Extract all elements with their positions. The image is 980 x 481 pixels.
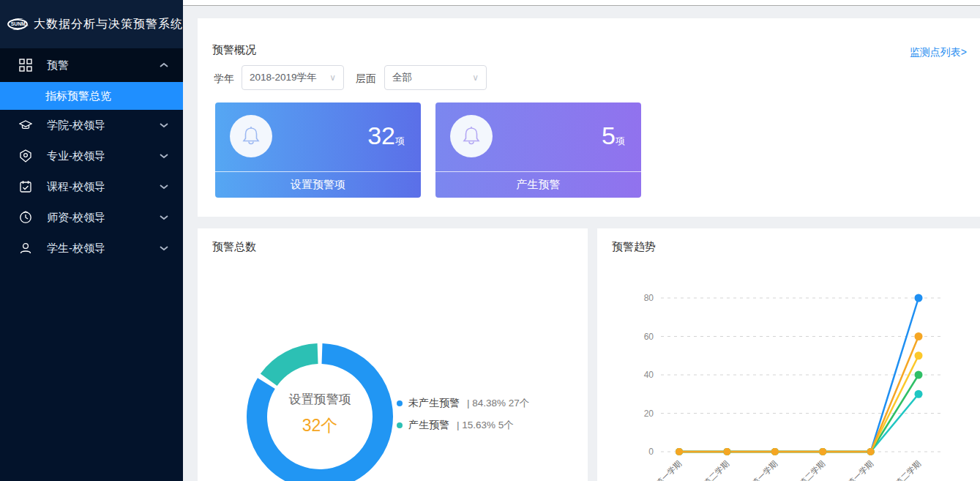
warning-trend-panel: 预警趋势 806040200 年第一学期年第二学期年第一学期年第二学期年第一学期… — [597, 228, 980, 481]
graduation-cap-icon — [19, 119, 32, 132]
calendar-check-icon — [19, 180, 32, 193]
series-yellow-point — [915, 351, 923, 359]
overview-panel: 预警概况 监测点列表> 学年 2018-2019学年 ∨ 层面 全部 ∨ — [198, 18, 980, 217]
school-year-select[interactable]: 2018-2019学年 ∨ — [242, 65, 344, 90]
y-tick-label: 0 — [648, 447, 654, 457]
overview-title: 预警概况 — [212, 43, 256, 57]
sidebar-item-course[interactable]: 课程-校领导 — [0, 171, 183, 202]
dashboard-screen: SUNM net 大数据分析与决策预警系统 预警 指标预警总览 — [0, 0, 980, 481]
sidebar-item-indicator-overview[interactable]: 指标预警总览 — [0, 82, 183, 110]
warning-total-panel: 预警总数 设置预警项 32个 未产生预警 | 84.38% 27个 产生预警 |… — [198, 228, 588, 481]
bell-icon — [462, 126, 481, 146]
donut-center-label: 设置预警项 — [239, 391, 400, 408]
card-value: 32项 — [367, 122, 405, 150]
series-orange-point — [819, 448, 826, 455]
card-unit: 项 — [616, 135, 625, 146]
legend-dot-icon — [397, 422, 403, 428]
sidebar-item-label: 指标预警总览 — [45, 89, 111, 103]
sidebar-item-label: 学生-校领导 — [47, 242, 105, 256]
series-orange-point — [771, 448, 779, 455]
chevron-down-icon — [160, 215, 168, 220]
series-orange-point — [915, 332, 923, 340]
sidebar-item-label: 学院-校领导 — [47, 119, 105, 133]
level-select[interactable]: 全部 ∨ — [384, 65, 487, 90]
card-top: 32项 — [215, 102, 421, 171]
chevron-down-icon: ∨ — [472, 72, 479, 83]
teacher-clock-icon — [19, 211, 32, 224]
series-cyan-point — [915, 390, 923, 398]
warning-total-donut-chart[interactable] — [239, 336, 400, 481]
set-warning-items-card[interactable]: 32项 设置预警项 — [215, 102, 421, 198]
generated-warnings-card[interactable]: 5项 产生预警 — [435, 102, 641, 198]
sidebar-item-major[interactable]: 专业-校领导 — [0, 141, 183, 171]
y-tick-label: 80 — [644, 293, 654, 303]
donut-center-value: 32个 — [239, 414, 400, 437]
donut-panel-title: 预警总数 — [212, 240, 256, 254]
card-label: 设置预警项 — [215, 171, 421, 198]
chevron-down-icon — [160, 245, 168, 251]
sidebar-item-student[interactable]: 学生-校领导 — [0, 233, 183, 264]
bell-circle — [230, 115, 272, 157]
sidebar-item-label: 专业-校领导 — [47, 149, 105, 163]
legend-name: 未产生预警 — [408, 397, 460, 410]
series-blue-point — [915, 294, 923, 302]
card-value: 5项 — [602, 122, 625, 150]
warning-trend-line-chart[interactable]: 806040200 — [597, 228, 980, 481]
legend-item-no-warning[interactable]: 未产生预警 | 84.38% 27个 — [397, 392, 529, 414]
card-label: 产生预警 — [435, 171, 641, 198]
legend-detail: | 84.38% 27个 — [467, 397, 529, 410]
legend-name: 产生预警 — [408, 419, 449, 432]
chevron-down-icon — [160, 122, 168, 128]
series-orange-point — [867, 448, 875, 455]
filter-label-level: 层面 — [356, 72, 376, 86]
card-top: 5项 — [435, 102, 641, 171]
sidebar-item-label: 课程-校领导 — [47, 180, 105, 194]
level-value: 全部 — [392, 71, 412, 84]
sidebar-item-label: 师资-校领导 — [47, 211, 105, 225]
series-orange-point — [676, 448, 683, 455]
grid-icon — [19, 59, 32, 72]
chevron-down-icon: ∨ — [329, 72, 336, 83]
sidebar-item-label: 预警 — [47, 59, 69, 72]
app-title: 大数据分析与决策预警系统 — [34, 17, 183, 32]
sunmnet-logo-icon: SUNM net — [6, 10, 29, 39]
chevron-down-icon — [160, 153, 168, 159]
student-icon — [19, 242, 32, 255]
chevron-down-icon — [160, 184, 168, 190]
card-unit: 项 — [395, 135, 405, 146]
series-orange-point — [723, 448, 730, 455]
logo-bar: SUNM net 大数据分析与决策预警系统 — [0, 0, 183, 48]
legend-item-warning[interactable]: 产生预警 | 15.63% 5个 — [397, 414, 529, 436]
legend-dot-icon — [397, 400, 403, 406]
y-tick-label: 40 — [644, 370, 654, 380]
donut-slice — [269, 354, 318, 380]
series-orange-line — [679, 337, 919, 452]
series-green-point — [915, 371, 923, 379]
y-tick-label: 20 — [644, 409, 654, 419]
logo-sub-text: net — [24, 24, 28, 27]
legend-detail: | 15.63% 5个 — [457, 419, 514, 432]
filter-label-school-year: 学年 — [214, 72, 234, 86]
chevron-up-icon — [160, 62, 168, 68]
bell-icon — [242, 126, 261, 146]
main-content: 预警概况 监测点列表> 学年 2018-2019学年 ∨ 层面 全部 ∨ — [183, 0, 980, 481]
sidebar-item-warning[interactable]: 预警 — [0, 48, 183, 82]
y-tick-label: 60 — [644, 332, 654, 342]
sidebar: SUNM net 大数据分析与决策预警系统 预警 指标预警总览 — [0, 0, 183, 481]
school-year-value: 2018-2019学年 — [250, 71, 317, 84]
bell-circle — [450, 115, 493, 157]
top-strip — [183, 0, 980, 6]
monitor-point-list-link[interactable]: 监测点列表> — [910, 46, 967, 59]
badge-pin-icon — [19, 149, 32, 163]
svg-text:SUNM: SUNM — [11, 21, 26, 26]
sidebar-item-college[interactable]: 学院-校领导 — [0, 110, 183, 141]
sidebar-item-faculty[interactable]: 师资-校领导 — [0, 202, 183, 233]
donut-legend: 未产生预警 | 84.38% 27个 产生预警 | 15.63% 5个 — [397, 392, 529, 436]
